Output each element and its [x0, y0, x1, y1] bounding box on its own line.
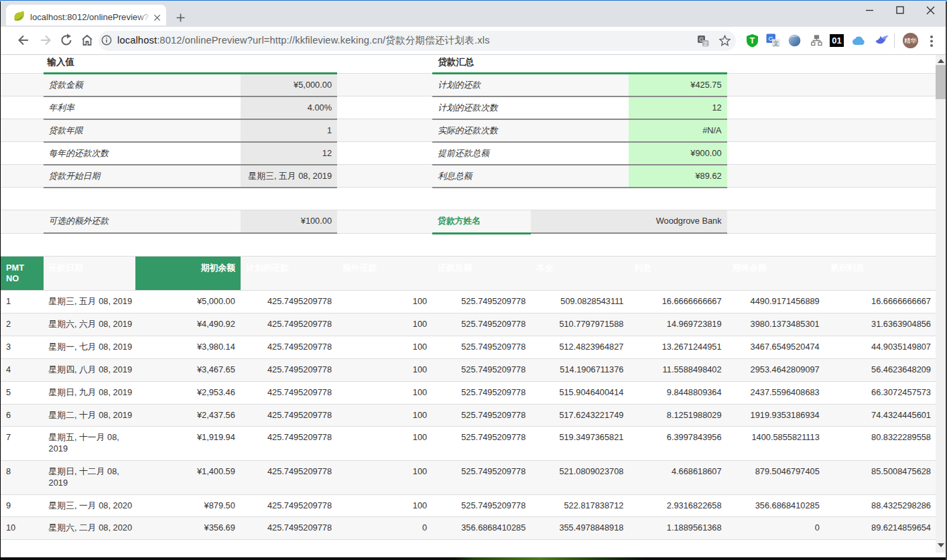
- svg-text:文: 文: [703, 41, 708, 47]
- svg-text:T: T: [750, 36, 755, 46]
- svg-text:文: 文: [773, 40, 779, 47]
